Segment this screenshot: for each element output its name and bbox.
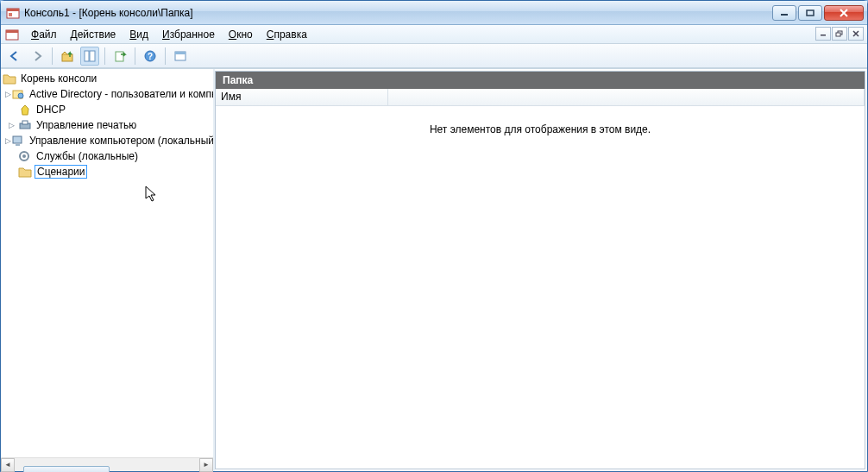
content-area: Корень консоли ▷ Active Directory - поль… [1, 68, 867, 471]
rename-input[interactable]: Сценарии [35, 165, 87, 179]
menu-file[interactable]: Файл [24, 27, 64, 42]
menu-action[interactable]: Действие [64, 27, 123, 42]
app-icon [6, 6, 20, 20]
printer-icon [18, 118, 32, 132]
scroll-right-button[interactable]: ► [199, 458, 213, 472]
gear-icon [18, 149, 32, 163]
help-button[interactable]: ? [141, 47, 160, 66]
svg-rect-11 [85, 51, 89, 61]
toolbar-separator [135, 47, 135, 65]
toolbar-separator [104, 47, 105, 65]
tree-node-label: DHCP [35, 103, 67, 116]
scroll-left-button[interactable]: ◄ [1, 458, 15, 472]
svg-rect-9 [836, 33, 840, 36]
svg-rect-13 [116, 52, 123, 61]
scroll-thumb[interactable] [23, 466, 110, 473]
tree-node-label: Службы (локальные) [35, 149, 140, 163]
mdi-restore-button[interactable] [832, 27, 847, 41]
forward-button[interactable] [28, 47, 47, 66]
menu-favorites[interactable]: Избранное [155, 27, 222, 42]
tree-item-services[interactable]: Службы (локальные) [3, 148, 213, 164]
tree-item-dhcp[interactable]: DHCP [3, 102, 213, 117]
svg-rect-7 [821, 35, 826, 36]
column-header-spacer[interactable] [388, 89, 865, 105]
svg-rect-23 [16, 144, 20, 146]
svg-rect-17 [175, 52, 186, 54]
svg-rect-22 [13, 136, 22, 143]
close-button[interactable] [824, 5, 864, 21]
expander-icon[interactable]: ▷ [5, 136, 11, 145]
column-header-name[interactable]: Имя [216, 89, 388, 105]
svg-point-25 [22, 154, 26, 158]
titlebar: Консоль1 - [Корень консоли\Папка] [1, 1, 867, 25]
menubar: Файл Действие Вид Избранное Окно Справка [1, 25, 867, 44]
svg-rect-3 [781, 14, 788, 16]
tree-item-ad[interactable]: ▷ Active Directory - пользователи и комп… [3, 86, 213, 102]
expander-icon[interactable]: ▷ [5, 90, 11, 98]
tree-pane: Корень консоли ▷ Active Directory - поль… [1, 69, 215, 471]
toolbar-separator [165, 47, 166, 65]
menu-view[interactable]: Вид [123, 27, 155, 42]
toolbar: ? [1, 44, 867, 68]
new-window-button[interactable] [171, 47, 190, 66]
svg-point-19 [18, 93, 23, 98]
ad-icon [11, 87, 25, 101]
tree-item-computer-mgmt[interactable]: ▷ Управление компьютером (локальный) [3, 133, 213, 148]
expander-icon[interactable]: ▷ [5, 121, 18, 129]
tree-root[interactable]: Корень консоли [3, 71, 213, 86]
tree-node-label: Управление компьютером (локальный) [28, 134, 213, 148]
maximize-button[interactable] [798, 5, 822, 21]
svg-rect-6 [6, 30, 18, 33]
tree-node-label: Active Directory - пользователи и компью… [28, 87, 213, 101]
svg-rect-12 [90, 51, 95, 61]
computer-icon [11, 134, 25, 148]
svg-rect-21 [22, 121, 28, 124]
svg-rect-2 [9, 13, 12, 16]
menu-window[interactable]: Окно [222, 27, 260, 42]
tree-view[interactable]: Корень консоли ▷ Active Directory - поль… [1, 69, 213, 457]
toolbar-separator [52, 47, 53, 65]
folder-icon [3, 72, 16, 85]
dhcp-icon [18, 103, 32, 116]
window-title: Консоль1 - [Корень консоли\Папка] [24, 7, 772, 19]
svg-text:?: ? [148, 52, 153, 61]
minimize-button[interactable] [772, 5, 796, 21]
details-pane: Папка Имя Нет элементов для отображения … [215, 71, 865, 469]
column-header-row: Имя [216, 89, 865, 106]
export-button[interactable] [110, 47, 129, 66]
show-tree-button[interactable] [80, 47, 99, 66]
empty-list-message: Нет элементов для отображения в этом вид… [216, 106, 865, 135]
svg-rect-1 [7, 9, 19, 11]
svg-rect-4 [807, 10, 814, 16]
folder-icon [18, 165, 32, 179]
tree-node-label: Управление печатью [35, 118, 138, 132]
pane-title: Папка [223, 74, 253, 86]
back-button[interactable] [5, 47, 24, 66]
tree-item-print[interactable]: ▷ Управление печатью [3, 117, 213, 133]
tree-item-scenarios[interactable]: Сценарии [3, 164, 213, 179]
horizontal-scrollbar[interactable]: ◄ ► [1, 457, 213, 471]
mdi-minimize-button[interactable] [815, 27, 831, 41]
svg-rect-10 [62, 54, 72, 61]
mdi-close-button[interactable] [848, 27, 864, 41]
menu-help[interactable]: Справка [260, 27, 314, 42]
tree-node-label: Корень консоли [19, 72, 98, 85]
pane-header: Папка [216, 72, 865, 89]
main-window: Консоль1 - [Корень консоли\Папка] Файл Д… [0, 0, 868, 472]
menu-app-icon [5, 28, 19, 41]
up-folder-button[interactable] [58, 47, 77, 66]
